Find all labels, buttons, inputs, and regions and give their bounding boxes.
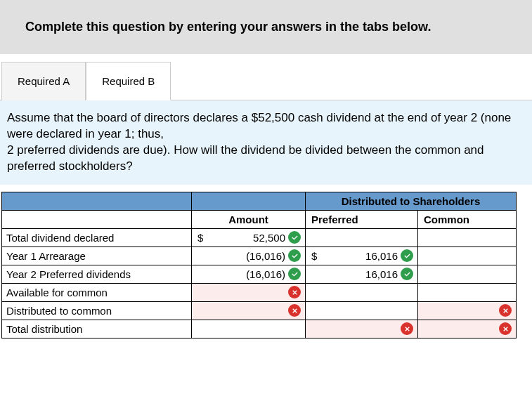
table-row: Available for common [2,283,517,301]
hdr-common: Common [418,210,517,228]
cell-amount[interactable] [192,283,306,301]
row-label: Year 1 Arrearage [2,246,192,265]
hdr-blank2 [2,210,192,228]
row-label: Total distribution [2,320,192,338]
table-row: Total dividend declared $52,500 [2,228,517,246]
hdr-distributed: Distributed to Shareholders [306,192,517,210]
cell-amount[interactable] [192,301,306,320]
check-icon [288,249,301,262]
check-icon [401,268,413,280]
cell-preferred[interactable]: $16,016 [306,246,418,265]
cell-preferred [306,228,418,246]
row-label: Distributed to common [2,301,192,320]
cell-common [418,265,517,283]
cross-icon [288,286,301,298]
cell-value: 52,500 [253,232,285,244]
check-icon [401,249,413,262]
cell-preferred[interactable]: 16,016 [306,265,418,283]
cell-value: (16,016) [246,268,285,280]
cell-amount[interactable]: $52,500 [192,228,306,246]
table-row: Total distribution [2,320,517,338]
question-text: Assume that the board of directors decla… [0,100,532,185]
cell-common[interactable] [418,301,517,320]
hdr-amount: Amount [192,210,306,228]
cross-icon [499,304,512,317]
answer-table: Distributed to Shareholders Amount Prefe… [1,192,517,338]
cell-amount[interactable]: (16,016) [192,265,306,283]
cell-value: (16,016) [246,250,285,262]
check-icon [288,268,301,280]
cell-common [418,283,517,301]
cell-amount[interactable]: (16,016) [192,246,306,265]
table-row: Distributed to common [2,301,517,320]
tab-required-a[interactable]: Required A [1,62,86,100]
cell-value: 16,016 [365,268,398,280]
row-label: Available for common [2,283,192,301]
cell-preferred [306,283,418,301]
cell-preferred[interactable] [306,320,418,338]
row-label: Year 2 Preferred dividends [2,265,192,283]
tabs: Required A Required B [0,61,532,100]
hdr-blank-amount [192,192,306,210]
tab-required-b[interactable]: Required B [86,62,171,100]
hdr-blank [2,192,192,210]
cell-preferred [306,301,418,320]
dollar-sign: $ [196,232,203,244]
cell-amount [192,320,306,338]
cell-value: 16,016 [365,250,398,262]
cell-common [418,246,517,265]
cross-icon [288,304,301,317]
page: Complete this question by entering your … [0,0,532,338]
dollar-sign: $ [310,250,317,262]
cell-common [418,228,517,246]
check-icon [288,231,301,244]
instruction-banner: Complete this question by entering your … [0,0,532,54]
row-label: Total dividend declared [2,228,192,246]
cell-common[interactable] [418,320,517,338]
table-row: Year 1 Arrearage (16,016) $16,016 [2,246,517,265]
table-row: Year 2 Preferred dividends (16,016) 16,0… [2,265,517,283]
hdr-preferred: Preferred [306,210,418,228]
cross-icon [401,322,413,335]
cross-icon [499,322,512,335]
